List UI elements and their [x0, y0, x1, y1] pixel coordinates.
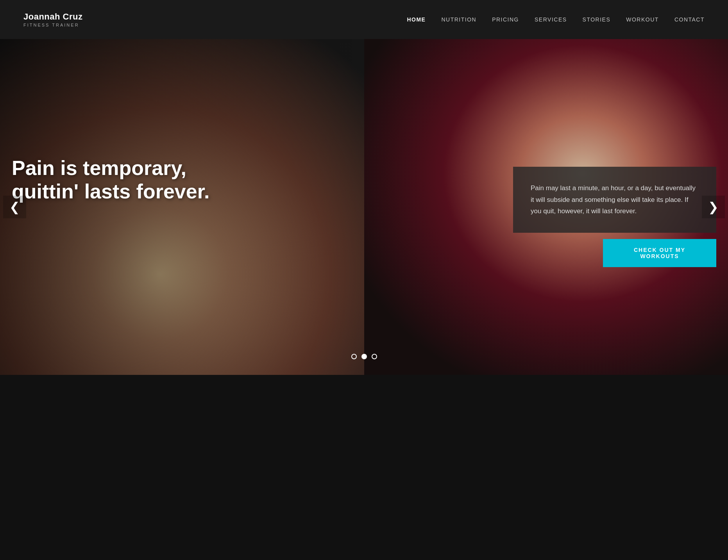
hero-text-box: Pain may last a minute, an hour, or a da…	[513, 167, 716, 233]
carousel-prev-arrow[interactable]: ❮	[3, 196, 26, 218]
hero-section: Pain is temporary, quittin' lasts foreve…	[0, 39, 728, 375]
nav-item-pricing[interactable]: PRICING	[492, 16, 519, 23]
hero-quote: Pain is temporary, quittin' lasts foreve…	[12, 157, 238, 203]
nav-item-stories[interactable]: STORIES	[583, 16, 611, 23]
nav-item-services[interactable]: SERVICES	[535, 16, 567, 23]
logo-name: Joannah Cruz	[23, 12, 82, 22]
carousel-dot-1[interactable]	[361, 354, 367, 359]
carousel-dot-2[interactable]	[372, 354, 377, 359]
nav-item-workout[interactable]: WORKOUT	[626, 16, 659, 23]
nav-item-home[interactable]: HOME	[407, 16, 426, 23]
nav-item-nutrition[interactable]: NUTRITION	[441, 16, 476, 23]
site-header: Joannah Cruz FITNESS TRAINER HOMENUTRITI…	[0, 0, 728, 39]
hero-description: Pain may last a minute, an hour, or a da…	[531, 182, 699, 217]
carousel-dot-0[interactable]	[351, 354, 357, 359]
carousel-dots	[351, 354, 377, 359]
cta-button[interactable]: CHECK OUT MY WORKOUTS	[603, 239, 716, 267]
carousel-next-arrow[interactable]: ❯	[702, 196, 725, 218]
main-nav: HOMENUTRITIONPRICINGSERVICESSTORIESWORKO…	[407, 16, 705, 23]
logo-subtitle: FITNESS TRAINER	[23, 23, 82, 27]
hero-content: Pain is temporary, quittin' lasts foreve…	[0, 39, 728, 375]
logo: Joannah Cruz FITNESS TRAINER	[23, 12, 82, 27]
nav-item-contact[interactable]: CONTACT	[674, 16, 705, 23]
